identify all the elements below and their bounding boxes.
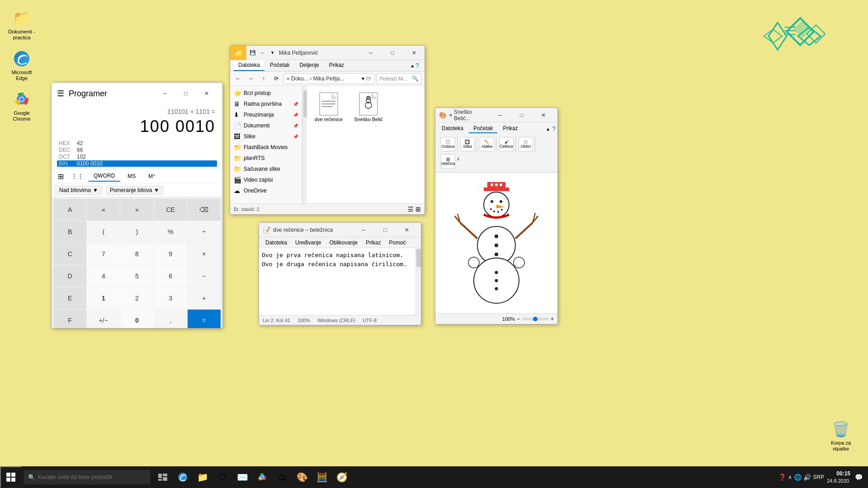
explorer-qat-save[interactable]: 💾 (248, 48, 257, 57)
sidebar-item-planrts[interactable]: 📁 planRTS (230, 153, 302, 164)
taskbar-volume-icon[interactable]: 🔊 (803, 474, 811, 481)
paint-maximize[interactable]: □ (511, 108, 532, 122)
search-bar[interactable]: Pretraži Mi... 🔍 (377, 73, 422, 84)
taskbar-explorer-btn[interactable]: 📁 (193, 468, 212, 486)
file-item-dve-recenice[interactable]: dve rečenice (311, 89, 347, 124)
explorer-mika-minimize[interactable]: ─ (360, 46, 381, 60)
calc-btn-mul[interactable]: × (188, 243, 221, 265)
taskbar-taskview-btn[interactable] (154, 468, 172, 486)
breadcrumb-refresh[interactable]: ⟳ (366, 75, 372, 82)
file-item-snesko-belic[interactable]: Sneško Belić (350, 89, 387, 124)
sidebar-item-brzi-pristup[interactable]: ⭐ Brzi pristup (230, 88, 302, 99)
taskbar-mail-btn[interactable]: ✉️ (233, 468, 251, 486)
calc-btn-lparen[interactable]: ( (87, 221, 120, 243)
notepad-close[interactable]: ✕ (396, 223, 417, 237)
calc-btn-backspace[interactable]: ⌫ (188, 199, 221, 221)
calc-ms-btn[interactable]: MS (122, 171, 141, 181)
ribbon-expand-btn[interactable]: ▲ ? (408, 60, 421, 71)
desktop-icon-chrome[interactable]: GoogleChrome (4, 90, 40, 122)
calc-mplus-btn[interactable]: M⁺ (143, 171, 161, 181)
paint-tool-ostava[interactable]: 📋 Ostava (441, 137, 455, 151)
calculator-close-button[interactable]: ✕ (196, 86, 217, 101)
calc-btn-D[interactable]: D (53, 265, 86, 287)
desktop-icon-recycle[interactable]: 🗑️ Korpa za otpatke (823, 420, 859, 452)
ribbon-tab-pocetak[interactable]: Početak (265, 60, 294, 71)
sidebar-item-dokumenti[interactable]: 📄 Dokumenti 📌 (230, 120, 302, 131)
paint-canvas[interactable] (435, 173, 557, 313)
sidebar-item-radna-povrsina[interactable]: 🖥 Radna površina 📌 (230, 99, 302, 109)
nav-up-btn[interactable]: ↑ (258, 73, 269, 84)
nav-forward-btn[interactable]: → (245, 73, 256, 84)
notepad-menu-uredjivanje[interactable]: Uređivanje (292, 239, 325, 247)
calc-btn-negate[interactable]: +/− (87, 310, 120, 328)
paint-more-btn[interactable]: › (456, 154, 460, 169)
calc-btn-F[interactable]: F (53, 310, 86, 328)
paint-collapse-btn[interactable]: ▲ (546, 127, 550, 131)
notepad-menu-datoteka[interactable]: Datoteka (262, 239, 291, 247)
calc-btn-A[interactable]: A (53, 199, 86, 221)
explorer-qat-back[interactable]: ← (258, 48, 267, 57)
calc-btn-div[interactable]: ÷ (188, 221, 221, 243)
notepad-menu-pomoc[interactable]: Pomoć (385, 239, 409, 247)
sidebar-item-sacuvane[interactable]: 📁 Sačuvane slike (230, 164, 302, 174)
calc-btn-rshift[interactable]: » (120, 199, 153, 221)
calc-btn-7[interactable]: 7 (87, 243, 120, 265)
desktop-icon-dokumenti[interactable]: 📁 Dokumenti - practica (4, 9, 40, 41)
calc-btn-9[interactable]: 9 (154, 243, 187, 265)
calc-qword-btn[interactable]: QWORD (88, 171, 120, 182)
notepad-menu-oblikovanje[interactable]: Oblikovanje (326, 239, 361, 247)
explorer-mika-close[interactable]: ✕ (404, 46, 425, 60)
taskbar-edge-btn[interactable] (174, 468, 192, 486)
paint-tool-velicina[interactable]: ▤ Veličina (441, 154, 455, 169)
taskbar-security-btn[interactable]: 🛡 (213, 468, 231, 486)
taskbar-notification-btn[interactable]: 💬 (853, 474, 864, 481)
notepad-minimize[interactable]: ─ (353, 223, 374, 237)
taskbar-time-area[interactable]: 00:15 24.8.2020. (827, 470, 850, 484)
explorer-qat-down[interactable]: ▾ (268, 48, 277, 57)
calc-btn-CE[interactable]: CE (154, 199, 187, 221)
calc-btn-C[interactable]: C (53, 243, 86, 265)
taskbar-network-icon[interactable]: 🌐 (794, 474, 802, 481)
sidebar-item-video[interactable]: 🎬 Video zapisi (230, 174, 302, 185)
taskbar-lang-label[interactable]: SRP (813, 474, 824, 480)
calc-btn-2[interactable]: 2 (120, 287, 153, 309)
sidebar-item-slike[interactable]: 🖼 Slike 📌 (230, 131, 302, 142)
calc-btn-rparen[interactable]: ) (120, 221, 153, 243)
desktop-icon-edge[interactable]: MicrosoftEdge (4, 50, 40, 81)
calc-btn-mod[interactable]: % (154, 221, 187, 243)
sidebar-item-flashback[interactable]: 📁 FlashBack Movies (230, 142, 302, 153)
paint-tool-slika[interactable]: 🔲 Slika (460, 137, 475, 151)
calculator-minimize-button[interactable]: ─ (155, 86, 175, 101)
calc-btn-1[interactable]: 1 (87, 287, 120, 309)
ribbon-tab-deljenje[interactable]: Deljenje (295, 60, 323, 71)
notepad-content[interactable]: Ovo je prva rečenica napisana latinicom.… (259, 248, 415, 315)
calc-btn-equals[interactable]: = (188, 310, 221, 328)
sidebar-scrollbar[interactable] (302, 86, 307, 203)
explorer-mika-maximize[interactable]: □ (382, 46, 403, 60)
taskbar-calculator-btn[interactable]: 🧮 (313, 468, 331, 486)
calc-btn-8[interactable]: 8 (120, 243, 153, 265)
calc-shift-dropdown[interactable]: Pomeranje bitova ▼ (106, 186, 163, 195)
taskbar-chrome-btn[interactable] (253, 468, 271, 486)
sidebar-item-preuzimanja[interactable]: ⬇ Preuzimanja 📌 (230, 109, 302, 120)
ribbon-tab-datoteka[interactable]: Datoteka (234, 60, 264, 71)
paint-zoom-out-btn[interactable]: − (517, 316, 520, 322)
notepad-menu-prikaz[interactable]: Prikaz (362, 239, 384, 247)
taskbar-search-input[interactable] (38, 474, 137, 480)
taskbar-maps-btn[interactable]: 🧭 (333, 468, 351, 486)
paint-tab-datoteka[interactable]: Datoteka (437, 124, 468, 133)
taskbar-search-bar[interactable]: 🔍 (24, 470, 150, 484)
paint-tool-oblici[interactable]: ⬡ Oblici (519, 137, 533, 151)
calc-bit-btn[interactable]: ⋮⋮ (68, 172, 86, 181)
paint-help-btn[interactable]: ? (552, 125, 556, 132)
taskbar-folder-btn[interactable]: 🗂 (273, 468, 291, 486)
explorer-details-view-btn[interactable]: ☰ (408, 206, 414, 213)
calc-bitwise-dropdown[interactable]: Nad bitovima ▼ (55, 186, 102, 195)
paint-tool-alatke[interactable]: ✏️ Alatke (480, 137, 494, 151)
calc-btn-5[interactable]: 5 (120, 265, 153, 287)
taskbar-chevron-up-icon[interactable]: ∧ (788, 474, 792, 480)
nav-back-btn[interactable]: ← (233, 73, 244, 84)
paint-tab-pocetak[interactable]: Početak (469, 124, 497, 133)
paint-zoom-in-btn[interactable]: + (551, 316, 554, 322)
calc-btn-sub[interactable]: − (188, 265, 221, 287)
